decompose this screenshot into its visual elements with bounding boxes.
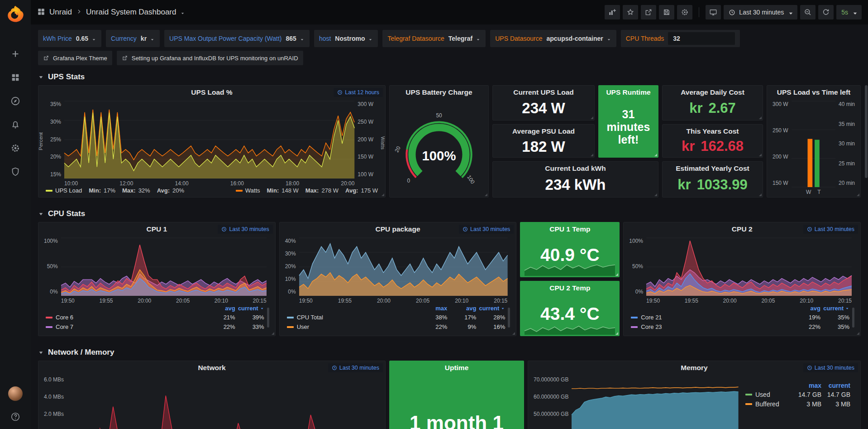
cpu2-legend: avg current Core 21 19%35% Core 23 22%35…	[627, 304, 857, 334]
user-avatar[interactable]	[8, 386, 23, 401]
legend-series-name[interactable]: Core 23	[631, 323, 792, 330]
legend-series-name[interactable]: Core 21	[631, 314, 792, 321]
cpu1-temp-sparkline	[521, 258, 618, 276]
link-ups-monitoring-guide[interactable]: Setting up Grafana and InfluxDB for UPS …	[117, 51, 303, 65]
series-swatch	[236, 190, 243, 192]
legend-sort-avg[interactable]: avg	[792, 305, 820, 312]
series-swatch	[631, 317, 638, 318]
scrollbar-thumb[interactable]	[865, 85, 868, 178]
legend-sort-avg[interactable]: avg	[206, 305, 235, 312]
variable-kwh-price[interactable]: kWh Price0.65	[38, 30, 101, 47]
chevron-down-icon	[38, 211, 44, 217]
add-panel-button[interactable]	[605, 5, 620, 19]
legend-series-name[interactable]: Core 6	[46, 314, 206, 321]
battery-gauge: 100% 0 20 50 100	[390, 99, 488, 197]
legend-sort-current[interactable]: current	[821, 382, 850, 389]
zoom-out-button[interactable]	[800, 5, 816, 19]
panel-cpu-2: CPU 2 Last 30 minutes 100%50%0%19:5019:5…	[623, 222, 861, 336]
cpu2-temp-sparkline	[521, 317, 618, 335]
panel-time-override[interactable]: Last 30 minutes	[803, 363, 858, 372]
star-button[interactable]	[623, 5, 638, 19]
panel-average-psu-load: Average PSU Load 182 W	[492, 124, 595, 158]
cycle-view-icon[interactable]	[706, 5, 721, 19]
refresh-button[interactable]	[818, 5, 834, 19]
variable-currency[interactable]: Currencykr	[106, 30, 160, 47]
dashboard-picker-icon[interactable]	[37, 8, 45, 17]
legend-sort-max[interactable]: max	[418, 305, 447, 312]
variable-host[interactable]: hostNostromo	[314, 30, 378, 47]
link-grafana-plex-theme[interactable]: Grafana Plex Theme	[38, 51, 112, 65]
legend-scrollbar[interactable]	[267, 308, 269, 328]
cpu-threads-input[interactable]: 32	[668, 32, 735, 45]
refresh-interval-picker[interactable]: 5s	[836, 5, 862, 19]
legend-series-name[interactable]: Buffered	[745, 400, 792, 408]
row-network-memory: Network Last 30 minutes 6.0 MBs4.0 MBs2.…	[38, 361, 861, 429]
page-scrollbar[interactable]	[864, 0, 868, 429]
dashboard-content: kWh Price0.65 Currencykr UPS Max Output …	[31, 24, 868, 429]
variable-ups-datasource[interactable]: UPS Datasourceapcupsd-container	[490, 30, 616, 47]
alerting-icon[interactable]	[10, 120, 20, 130]
create-icon[interactable]	[10, 49, 20, 59]
legend-sort-avg[interactable]: avg	[447, 305, 476, 312]
variable-telegraf-datasource[interactable]: Telegraf DatasourceTelegraf	[382, 30, 486, 47]
legend-series-name[interactable]: Used	[745, 391, 792, 398]
legend-series-name[interactable]: User	[287, 323, 419, 330]
legend-sort-current[interactable]: current	[820, 305, 849, 312]
section-header-network-memory[interactable]: Network / Memory	[38, 342, 861, 361]
panel-time-override[interactable]: Last 30 minutes	[803, 225, 858, 234]
dashboard-settings-button[interactable]	[677, 5, 692, 19]
panel-time-override[interactable]: Last 30 minutes	[328, 363, 383, 372]
cpu-package-legend: max avg current CPU Total 38%17%28% User…	[283, 304, 513, 334]
section-header-ups-stats[interactable]: UPS Stats	[38, 67, 861, 85]
y-axis-label-watts: Watts	[380, 136, 386, 149]
grafana-logo[interactable]	[6, 5, 25, 24]
caret-down-icon[interactable]	[180, 10, 185, 15]
panel-ups-runtime: UPS Runtime 31 minutes left!	[598, 85, 658, 158]
time-range-picker[interactable]: Last 30 minutes	[724, 5, 797, 19]
legend-sort-current[interactable]: current	[235, 305, 264, 312]
caret-down-icon	[852, 10, 857, 15]
legend-series-name[interactable]: CPU Total	[287, 314, 419, 321]
series-swatch	[46, 190, 52, 192]
external-link-icon	[122, 55, 128, 61]
help-icon[interactable]	[10, 412, 20, 422]
explore-icon[interactable]	[10, 96, 20, 106]
series-swatch	[287, 317, 294, 318]
dashboards-icon[interactable]	[10, 72, 20, 82]
ups-cost-column: Average Daily Cost kr2.67 This Years Cos…	[662, 85, 763, 198]
legend-series-name[interactable]: UPS Load	[55, 187, 82, 194]
svg-text:50: 50	[436, 112, 442, 119]
variable-ups-max-power[interactable]: UPS Max Output Power Capacity (Watt)865	[164, 30, 310, 47]
ups-stat-cluster: Current UPS Load 234 W UPS Runtime 31 mi…	[492, 85, 658, 198]
panel-title[interactable]: UPS Load %	[191, 88, 232, 96]
section-header-cpu-stats[interactable]: CPU Stats	[38, 204, 861, 222]
legend-sort-max[interactable]: max	[792, 382, 821, 389]
legend-series-name[interactable]: Watts	[245, 187, 260, 194]
panel-ups-load-vs-time-left: UPS Load vs Time left 300 W250 W200 W150…	[767, 85, 861, 198]
panel-time-override[interactable]: Last 30 minutes	[459, 225, 514, 234]
series-swatch	[631, 326, 638, 328]
clock-icon	[221, 227, 227, 232]
stat-value: kr2.67	[689, 100, 736, 116]
breadcrumb-dashboard[interactable]: Unraid System Dashboard	[86, 8, 176, 17]
memory-chart: 70.000000 GB60.000000 GB50.000000 GB	[532, 376, 744, 429]
legend-scrollbar[interactable]	[508, 308, 510, 328]
ups-load-legend: UPS Load Min:17% Max:32% Avg:20% Watts M…	[42, 187, 382, 195]
legend-scrollbar[interactable]	[852, 308, 854, 328]
panel-time-override[interactable]: Last 30 minutes	[218, 225, 272, 234]
panel-current-ups-load: Current UPS Load 234 W	[492, 85, 595, 121]
memory-legend: max current Used 14.7 GB14.7 GB Buffered…	[744, 376, 857, 429]
server-admin-icon[interactable]	[10, 167, 20, 177]
breadcrumb-folder[interactable]: Unraid	[49, 8, 72, 17]
save-button[interactable]	[659, 5, 674, 19]
panel-estimated-yearly-cost: Estimated Yearly Cost kr1033.99	[662, 161, 763, 198]
caret-down-icon	[787, 10, 792, 15]
legend-sort-current[interactable]: current	[476, 305, 505, 312]
panel-time-override[interactable]: Last 12 hours	[334, 88, 383, 97]
template-variables: kWh Price0.65 Currencykr UPS Max Output …	[38, 30, 861, 47]
variable-cpu-threads[interactable]: CPU Threads32	[621, 30, 740, 47]
share-button[interactable]	[641, 5, 656, 19]
legend-series-name[interactable]: Core 7	[46, 323, 206, 330]
configuration-icon[interactable]	[10, 143, 20, 153]
stat-value: 234 W	[522, 100, 565, 117]
